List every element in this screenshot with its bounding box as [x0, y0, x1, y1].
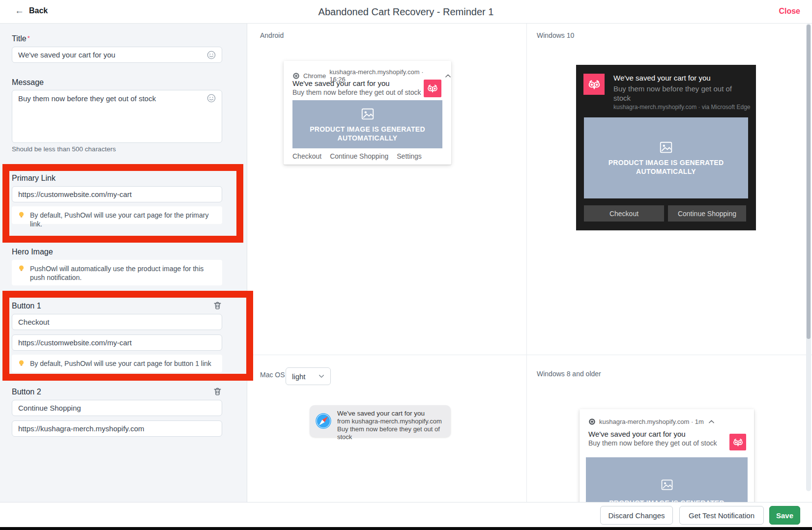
- pushowl-owl-icon: [583, 74, 605, 95]
- title-field-label: Title*: [12, 34, 30, 43]
- chrome-icon: [292, 72, 300, 80]
- placeholder-caption: PRODUCT IMAGE IS GENERATED AUTOMATICALLY: [595, 158, 737, 176]
- button1-text-input[interactable]: [12, 314, 222, 330]
- delete-button2-trash-icon[interactable]: [213, 387, 222, 396]
- android-action-checkout: Checkout: [292, 152, 321, 160]
- get-test-notification-button[interactable]: Get Test Notification: [679, 506, 764, 525]
- button1-label: Button 1: [12, 302, 41, 310]
- macos-preview-panel: Mac OS light We've saved your cart for y…: [247, 355, 527, 502]
- lightbulb-icon: [18, 360, 25, 367]
- windows10-notification-buttons: Checkout Continue Shopping: [584, 205, 746, 222]
- macos-panel-label: Mac OS: [260, 371, 285, 379]
- android-preview-panel: Android Chrome kushagra-merch.myshopify.…: [247, 24, 527, 355]
- button1-hint: By default, PushOwl will use your cart p…: [12, 355, 222, 372]
- macos-notification-message: Buy them now before they get out of stoc…: [337, 425, 451, 441]
- windows10-notification-title: We've saved your cart for you: [613, 74, 711, 82]
- windows8-notification-title: We've saved your cart for you: [588, 430, 686, 438]
- chevron-up-icon[interactable]: [708, 419, 715, 424]
- scrollbar-thumb[interactable]: [807, 25, 811, 339]
- hero-image-hint: PushOwl will automatically use the produ…: [12, 260, 222, 285]
- message-field-label: Message: [12, 78, 44, 87]
- window-bottom-edge: [0, 527, 812, 530]
- windows10-notification-card: We've saved your cart for you Buy them n…: [576, 65, 756, 230]
- hero-image-label: Hero Image: [12, 248, 53, 256]
- image-icon: [660, 478, 674, 492]
- primary-link-hint: By default, PushOwl will use your cart p…: [12, 206, 222, 224]
- message-textarea[interactable]: Buy them now before they get out of stoc…: [12, 90, 222, 143]
- macos-source-line: from kushagra-merch.myshopify.com: [337, 418, 451, 425]
- windows8-notification-message: Buy them now before they get out of stoc…: [588, 439, 717, 447]
- image-icon: [360, 107, 375, 121]
- android-action-settings: Settings: [397, 152, 422, 160]
- macos-notification-card: We've saved your cart for you from kusha…: [310, 405, 451, 437]
- android-notification-title: We've saved your cart for you: [292, 79, 390, 87]
- macos-notification-title: We've saved your cart for you: [337, 410, 451, 418]
- android-panel-label: Android: [260, 31, 284, 39]
- button2-link-input[interactable]: [12, 420, 222, 437]
- windows10-panel-label: Windows 10: [537, 31, 574, 39]
- windows10-product-image-placeholder: PRODUCT IMAGE IS GENERATED AUTOMATICALLY: [584, 117, 748, 198]
- delete-button1-trash-icon[interactable]: [213, 301, 222, 310]
- title-input[interactable]: [12, 47, 222, 63]
- chrome-icon: [588, 418, 596, 425]
- footer-action-bar: Discard Changes Get Test Notification Sa…: [0, 502, 812, 527]
- edit-form-panel: Title* Message Buy them now before they …: [0, 24, 247, 502]
- page-title: Abandoned Cart Recovery - Reminder 1: [0, 6, 812, 18]
- lightbulb-icon: [18, 265, 25, 273]
- pushowl-owl-icon: [729, 434, 746, 450]
- button1-link-input[interactable]: [12, 335, 222, 351]
- macos-notification-text: We've saved your cart for you from kusha…: [337, 410, 451, 441]
- macos-theme-value: light: [292, 372, 306, 381]
- primary-link-label: Primary Link: [12, 174, 56, 183]
- button2-text-input[interactable]: [12, 400, 222, 416]
- windows10-source-line: kushagra-merch.myshopify.com · via Micro…: [613, 104, 751, 111]
- macos-theme-select[interactable]: light: [286, 367, 331, 385]
- windows8-preview-panel: Windows 8 and older kushagra-merch.mysho…: [527, 355, 812, 502]
- save-button[interactable]: Save: [769, 506, 800, 525]
- emoji-picker-icon[interactable]: [206, 50, 216, 60]
- chevron-up-icon[interactable]: [445, 74, 451, 78]
- top-header-bar: ← Back Abandoned Cart Recovery - Reminde…: [0, 0, 812, 24]
- windows8-notification-header: kushagra-merch.myshopify.com · 1m: [588, 418, 715, 425]
- button2-label: Button 2: [12, 388, 41, 396]
- chevron-down-icon: [319, 374, 324, 378]
- image-icon: [659, 140, 673, 155]
- discard-changes-button[interactable]: Discard Changes: [600, 506, 673, 525]
- placeholder-caption: PRODUCT IMAGE IS GENERATED AUTOMATICALLY: [296, 125, 439, 142]
- windows10-checkout-button: Checkout: [584, 205, 664, 222]
- pushowl-owl-icon: [424, 80, 441, 97]
- android-action-continue-shopping: Continue Shopping: [330, 152, 388, 160]
- primary-link-input[interactable]: [12, 186, 222, 202]
- close-button[interactable]: Close: [779, 7, 800, 16]
- windows10-notification-message: Buy them now before they get out of stoc…: [613, 84, 750, 103]
- lightbulb-icon: [18, 211, 25, 219]
- message-helper-text: Should be less than 500 characters: [12, 145, 116, 153]
- emoji-picker-icon[interactable]: [206, 93, 216, 103]
- required-asterisk: *: [28, 34, 30, 42]
- android-notification-actions: Checkout Continue Shopping Settings: [292, 152, 422, 160]
- windows10-preview-panel: Windows 10 We've saved your cart for you…: [527, 24, 812, 355]
- android-product-image-placeholder: PRODUCT IMAGE IS GENERATED AUTOMATICALLY: [292, 100, 442, 148]
- windows8-panel-label: Windows 8 and older: [537, 370, 601, 378]
- android-notification-card: Chrome kushagra-merch.myshopify.com · 16…: [284, 61, 451, 165]
- safari-icon: [315, 412, 332, 430]
- android-notification-message: Buy them now before they get out of stoc…: [292, 88, 421, 96]
- windows10-continue-shopping-button: Continue Shopping: [668, 205, 746, 222]
